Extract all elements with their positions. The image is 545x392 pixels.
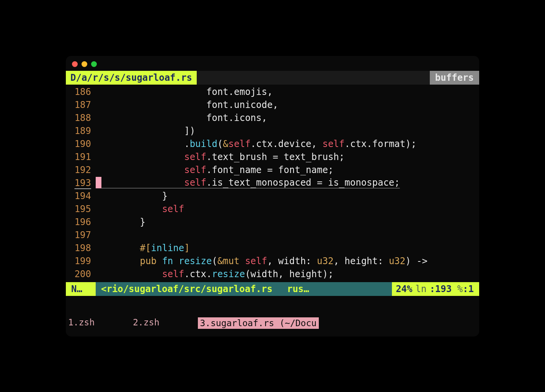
code-content: } [96,217,145,227]
line-number: 196 [66,217,96,227]
line-number: 187 [66,100,96,110]
line-number: 200 [66,269,96,279]
close-icon[interactable] [72,61,78,67]
code-line[interactable]: 193 self.is_text_monospaced = is_monospa… [66,176,479,189]
code-line[interactable]: 194 } [66,189,479,203]
status-percent: 24% [396,284,412,294]
code-content: self.is_text_monospaced = is_monospace; [96,177,400,189]
tab[interactable]: 2.zsh [133,317,159,329]
mode-indicator: N… [66,282,96,296]
header-fill [197,71,430,85]
line-number: 186 [66,87,96,97]
code-line[interactable]: 191 self.text_brush = text_brush; [66,150,479,163]
status-ln-label: ln [415,284,426,294]
code-content: .build(&self.ctx.device, self.ctx.format… [96,139,416,149]
code-content: pub fn resize(&mut self, width: u32, hei… [96,256,428,266]
code-content: #[inline] [96,243,190,253]
code-line[interactable]: 199 pub fn resize(&mut self, width: u32,… [66,255,479,268]
line-number: 195 [66,204,96,214]
code-content: self.ctx.resize(width, height); [96,269,333,279]
status-path: <rio/sugarloaf/src/sugarloaf.rs rus… [96,282,392,296]
code-content: self.text_brush = text_brush; [96,152,344,162]
terminal-window: D/a/r/s/s/sugarloaf.rs buffers 186 font.… [66,56,479,336]
line-number: 189 [66,126,96,136]
status-ln-value: :193 [429,284,452,294]
line-number: 193 [66,178,96,188]
code-content: self [96,204,184,214]
code-line[interactable]: 200 self.ctx.resize(width, height); [66,268,479,281]
status-filepath: <rio/sugarloaf/src/sugarloaf.rs [101,284,272,294]
line-number: 188 [66,113,96,123]
line-number: 199 [66,256,96,266]
tab[interactable]: 1.zsh [68,317,95,329]
line-number: 197 [66,230,96,240]
line-number: 198 [66,243,96,253]
status-filetype: rus… [287,284,309,294]
status-col-label: % [457,284,463,294]
status-col-value: :1 [463,284,474,294]
code-content: font.icons, [96,113,267,123]
buffers-badge[interactable]: buffers [430,71,479,85]
code-content: ]) [96,126,195,136]
code-content: } [96,191,168,201]
line-number: 192 [66,165,96,175]
line-number: 194 [66,191,96,201]
code-content: font.unicode, [96,100,278,110]
minimize-icon[interactable] [82,61,87,67]
code-content: self.font_name = font_name; [96,165,333,175]
tab-active[interactable]: 3.sugarloaf.rs (~/Docu [198,317,319,329]
code-line[interactable]: 186 font.emojis, [66,85,479,98]
maximize-icon[interactable] [91,61,97,67]
tab-bar: 1.zsh2.zsh3.sugarloaf.rs (~/Docu [66,317,479,329]
cursor-icon [96,177,101,188]
code-line[interactable]: 198 #[inline] [66,242,479,255]
line-number: 191 [66,152,96,162]
code-content: font.emojis, [96,87,272,97]
file-path-badge: D/a/r/s/s/sugarloaf.rs [66,71,197,85]
code-line[interactable]: 189 ]) [66,124,479,137]
window-titlebar [66,56,479,71]
editor-header: D/a/r/s/s/sugarloaf.rs buffers [66,71,479,85]
code-editor[interactable]: 186 font.emojis,187 font.unicode,188 fon… [66,85,479,282]
code-line[interactable]: 197 [66,229,479,242]
code-line[interactable]: 196 } [66,216,479,229]
code-line[interactable]: 195 self [66,203,479,216]
line-number: 190 [66,139,96,149]
code-line[interactable]: 187 font.unicode, [66,98,479,111]
code-line[interactable]: 190 .build(&self.ctx.device, self.ctx.fo… [66,137,479,150]
status-line: N… <rio/sugarloaf/src/sugarloaf.rs rus… … [66,282,479,296]
status-position: 24% ln :193 %:1 [392,282,479,296]
code-line[interactable]: 188 font.icons, [66,111,479,124]
code-line[interactable]: 192 self.font_name = font_name; [66,163,479,176]
